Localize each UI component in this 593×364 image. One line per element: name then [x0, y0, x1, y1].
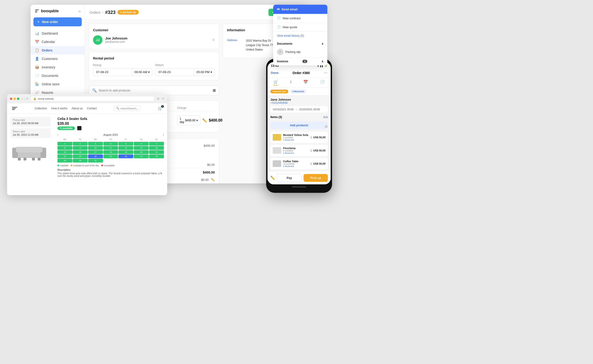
minimize-window-button[interactable] [13, 98, 16, 100]
store-product-name: Celia 3 Seater Sofa [57, 117, 164, 121]
browser-close-icon[interactable]: ✕ [162, 97, 164, 100]
sidebar-item-calendar[interactable]: 📅 Calendar [31, 38, 85, 46]
cal-day[interactable]: 24 [88, 155, 103, 158]
phone-pay-button[interactable]: Pay [277, 174, 302, 182]
tab-docs[interactable]: 📄 [320, 80, 325, 86]
close-window-button[interactable] [10, 98, 12, 100]
packing-avatar: P [277, 49, 283, 55]
cal-day[interactable]: 3 [88, 142, 103, 146]
cal-header-mo: Mo [57, 137, 72, 141]
return-date-display: Return date Jul 30, 2023 11:00 AM [10, 128, 51, 138]
customer-name: Joe Johnsson [105, 36, 209, 40]
nav-how-it-works[interactable]: How it works [51, 107, 67, 110]
tab-calendar[interactable]: 📅 [303, 80, 308, 86]
phone-pickup-button[interactable]: Pick up [303, 174, 328, 182]
tab-cart[interactable]: 🛒 [273, 80, 278, 86]
sidebar-item-inventory[interactable]: 📦 Inventory [31, 63, 85, 72]
url-bar[interactable]: 🔒 rental website [31, 96, 155, 101]
pickup-label: Pickup [93, 64, 152, 67]
view-email-history-link[interactable]: View email history (0) [273, 32, 327, 40]
forward-button[interactable]: › [24, 97, 25, 100]
product-search-bar[interactable]: 🔍 ⊞ [88, 86, 219, 95]
cal-day[interactable]: 27 [134, 155, 148, 158]
pickup-date-field[interactable]: 07-09-23 09:00 AM ▾ [93, 68, 152, 76]
cal-prev-icon[interactable]: ‹ [57, 133, 58, 136]
new-contract-button[interactable]: 📄 New contract [273, 14, 327, 23]
cart-icon[interactable]: 🛒0 [158, 106, 162, 110]
cal-day[interactable]: 7 [149, 142, 164, 146]
collapse-icon[interactable]: « [78, 9, 81, 14]
phone-more-button[interactable]: ··· [324, 70, 327, 75]
product-thumb-2 [273, 160, 281, 167]
cal-day[interactable]: 15 [57, 150, 72, 154]
charge-period-select[interactable]: 1 day $400.00 ▾ [177, 116, 200, 125]
browser-titlebar: ‹ › ↺ 🔒 rental website ⊕ ✕ [7, 94, 167, 103]
sidebar-item-documents[interactable]: 📄 Documents [31, 72, 85, 80]
add-products-button[interactable]: Add products [270, 122, 328, 129]
cal-header-su: Su [149, 137, 164, 141]
cal-day[interactable]: 17 [88, 150, 103, 154]
cal-day[interactable]: 13 [134, 146, 148, 150]
sidebar-logo: booqable « [31, 8, 85, 17]
home-indicator [268, 184, 331, 189]
cal-next-icon[interactable]: › [163, 133, 164, 136]
edit-charge-icon[interactable]: ✏️ [202, 118, 207, 123]
phone-edit-button[interactable]: ✏️ [270, 176, 275, 180]
cal-day[interactable]: 10 [88, 146, 103, 150]
nav-contact[interactable]: Contact [87, 107, 97, 110]
phone-date-from: 14/10/2023, 09:00 [273, 108, 294, 111]
edit-deposit-icon[interactable]: ✏️ [211, 178, 215, 182]
packing-slip-row[interactable]: P Packing slip [273, 47, 327, 58]
cal-day[interactable]: 20 [134, 150, 148, 154]
cal-day[interactable]: 4 [103, 142, 118, 146]
cal-day[interactable]: 8 [57, 146, 72, 150]
tab-info[interactable]: ℹ [290, 80, 291, 86]
cal-day[interactable]: 16 [73, 150, 88, 154]
cal-day[interactable]: 28 [149, 155, 164, 158]
send-email-button[interactable]: ✉ Send email [273, 5, 327, 14]
cal-day[interactable]: 30 [73, 159, 88, 162]
return-date-field[interactable]: 07-09-23 05:00 PM ▾ [155, 68, 215, 76]
cal-day[interactable]: 31 [88, 159, 103, 162]
cal-day[interactable]: 18 [103, 150, 118, 154]
cal-day[interactable]: 19 [118, 150, 133, 154]
cal-day[interactable]: 6 [134, 142, 148, 146]
back-button[interactable]: ‹ [22, 97, 23, 100]
cal-day[interactable]: 9 [73, 146, 88, 150]
cal-day[interactable]: 5 [118, 142, 133, 146]
cal-day[interactable]: 11 [103, 146, 118, 150]
sidebar-item-customers[interactable]: 👤 Customers [31, 55, 85, 63]
search-input[interactable] [99, 89, 211, 92]
reload-button[interactable]: ↺ [26, 97, 28, 100]
cal-day[interactable]: 22 [57, 155, 72, 158]
legend-unavail: Unavailable [101, 164, 115, 167]
cal-day[interactable]: 2 [73, 142, 88, 146]
cal-day[interactable]: 14 [149, 146, 164, 150]
settings-icon[interactable]: ⚙ [324, 124, 328, 129]
cal-day[interactable]: 12 [118, 146, 133, 150]
sidebar-item-dashboard[interactable]: 📊 Dashboard [31, 29, 85, 38]
items-edit-link[interactable]: Edit [323, 116, 328, 118]
nav-collection[interactable]: Collection [35, 107, 47, 110]
new-order-button[interactable]: ＋ New order [34, 17, 82, 26]
new-quote-button[interactable]: 📄 New quote [273, 23, 327, 32]
sidebar-item-online-store[interactable]: 🏪 Online store [31, 80, 85, 88]
done-button[interactable]: Done [271, 71, 279, 75]
nav-about[interactable]: About us [72, 107, 83, 110]
cal-day[interactable]: 25 [103, 155, 118, 158]
remove-customer-button[interactable]: × [212, 38, 215, 43]
cal-day[interactable]: 21 [149, 150, 164, 154]
product-info-0: Mustard Yellow Sofa 9 available 1 Reserv… [283, 134, 309, 141]
browser-menu-icon[interactable]: ⊕ [157, 97, 159, 100]
cal-day[interactable]: 29 [57, 159, 72, 162]
customer-card: Customer JJ Joe Johnsson joe@acme.com × [88, 24, 219, 49]
maximize-window-button[interactable] [17, 98, 19, 100]
return-date: 07-09-23 [155, 68, 194, 76]
cal-day[interactable]: 26 [118, 155, 133, 158]
cal-day[interactable]: 1 [57, 142, 72, 146]
store-search[interactable]: 🔍 searchSearch... [114, 106, 141, 111]
phone-customer-phone[interactable]: +31615463565 [270, 101, 328, 104]
cal-day[interactable]: 23 [73, 155, 88, 158]
sidebar-item-orders[interactable]: 📋 Orders [31, 46, 85, 55]
color-swatch-dark[interactable] [77, 126, 81, 130]
